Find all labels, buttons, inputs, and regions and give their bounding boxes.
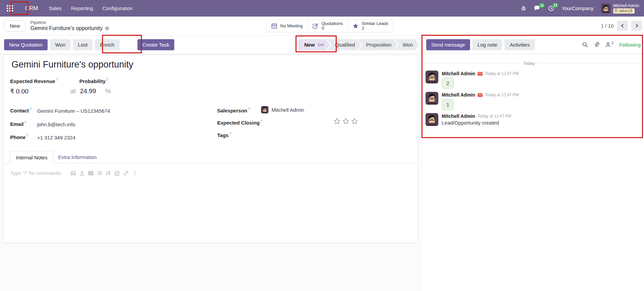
stage-won[interactable]: Won [394,39,419,50]
activities-icon[interactable]: 13 [548,5,554,11]
tags-field[interactable] [261,133,329,139]
stage-proposition[interactable]: Proposition [358,39,398,50]
message-avatar[interactable] [426,71,438,83]
breadcrumb-pipeline[interactable]: Pipeline [30,20,109,25]
bug-icon[interactable] [521,5,526,11]
database-icon [615,9,618,12]
chatter-panel: Today Mitchell Admin Today at 12:47 PM 2 [422,54,644,291]
message-avatar[interactable] [426,113,438,126]
priority-widget [334,118,358,125]
stage-qualified[interactable]: Qualified [327,39,361,50]
form-view: Gemini Furniture's opportunity Expected … [0,54,422,291]
phone-field[interactable]: +1 312 349 2324 [37,135,75,140]
pager-next-button[interactable] [631,21,642,31]
message-author[interactable]: Mitchell Admin [442,71,475,76]
kebab-menu-icon[interactable] [132,170,137,176]
help-icon[interactable]: ? [56,78,58,82]
editor-placeholder: Type "/" for commands [10,170,61,176]
message-author[interactable]: Mitchell Admin [442,92,475,98]
messages-icon[interactable]: 15 [534,5,541,11]
pager: 1 / 10 [601,21,642,31]
smart-button-value: 0 [321,26,343,31]
expected-revenue-field[interactable]: ₹ 0.00 [10,87,28,95]
help-icon[interactable]: ? [106,78,108,82]
notebook-tabs: Internal Notes Extra Information [4,151,418,163]
insert-link-icon[interactable] [123,170,129,176]
menu-reporting[interactable]: Reporting [70,4,94,12]
enrich-button[interactable]: Enrich [95,39,120,50]
similar-leads-smart-button[interactable]: Similar Leads 2 [347,20,393,32]
lost-button[interactable]: Lost [73,39,93,50]
app-menu-crm[interactable]: CRM [23,5,40,12]
quotations-smart-button[interactable]: Quotations 0 [307,20,347,32]
chevron-right-icon [634,24,638,27]
smart-button-label: Quotations [321,21,343,26]
message: Mitchell Admin Today at 12:47 PM 2 [426,71,639,89]
settings-gear-icon[interactable]: ⚙ [105,26,109,31]
email-label: Email? [10,121,26,127]
following-toggle[interactable]: Following [619,42,641,48]
insert-table-icon[interactable] [88,170,94,176]
message-time: Today at 12:47 PM [485,71,519,76]
date-divider-label: Today [523,61,535,66]
followers-count: 2 [612,41,614,45]
create-task-button[interactable]: Create Task [137,39,175,50]
won-button[interactable]: Won [50,39,71,50]
salesperson-avatar [261,106,268,113]
database-badge: odoo18 [613,8,635,14]
control-panel: New Pipeline Gemini Furniture's opportun… [0,17,644,35]
messages-badge: 15 [539,3,545,8]
tab-extra-information[interactable]: Extra Information [52,151,102,163]
meetings-smart-button[interactable]: No Meeting [266,20,307,32]
form-sheet: Gemini Furniture's opportunity Expected … [3,55,418,243]
help-icon[interactable]: ? [248,107,250,111]
priority-star-icon[interactable] [342,118,349,125]
chatter-topbar: Send message Log note Activities 2 Follo… [422,35,644,54]
tab-internal-notes[interactable]: Internal Notes [10,151,53,164]
send-message-button[interactable]: Send message [426,39,470,50]
user-menu[interactable]: Mitchell Admin odoo18 [601,3,639,14]
calendar-icon [271,23,277,29]
envelope-icon [478,93,483,97]
search-messages-icon[interactable] [582,42,588,48]
checklist-icon[interactable] [114,170,120,176]
help-icon[interactable]: ? [260,120,262,123]
help-icon[interactable]: ? [24,121,26,125]
internal-notes-editor[interactable]: Type "/" for commands [10,170,137,176]
insert-image-icon[interactable] [71,170,76,176]
pager-previous-button[interactable] [617,21,628,31]
message-avatar[interactable] [426,92,438,105]
help-icon[interactable]: ? [30,107,32,111]
message-time: Today at 12:47 PM [478,114,511,118]
opportunity-title[interactable]: Gemini Furniture's opportunity [11,59,133,70]
priority-star-icon[interactable] [334,118,340,125]
contact-field[interactable]: Gemini Furniture – US12345674 [37,108,110,114]
envelope-icon [478,72,483,76]
priority-star-icon[interactable] [351,118,358,125]
pager-count: 1 / 10 [601,23,614,29]
menu-sales[interactable]: Sales [48,4,62,12]
apps-grid-icon[interactable] [5,3,15,14]
salesperson-label: Salesperson? [217,107,250,113]
help-icon[interactable]: ? [26,134,28,138]
salesperson-field[interactable]: Mitchell Admin [261,106,304,113]
attachments-paperclip-icon[interactable] [594,42,599,48]
activities-button[interactable]: Activities [505,39,535,50]
menu-configuration[interactable]: Configuration [102,4,133,12]
numbered-list-icon[interactable] [106,170,111,176]
followers-person-icon[interactable]: 2 [605,42,614,48]
message-author[interactable]: Mitchell Admin [442,113,475,119]
smart-button-value: 2 [362,26,388,31]
message-body: 1 [442,99,454,110]
new-record-button[interactable]: New [4,20,26,32]
smart-button-label: No Meeting [280,24,303,28]
stage-new[interactable]: New 1m [299,39,330,50]
upload-file-icon[interactable] [79,170,85,176]
log-note-button[interactable]: Log note [472,39,502,50]
email-field[interactable]: john.b@tech.info [37,122,75,127]
new-quotation-button[interactable]: New Quotation [4,39,48,50]
company-switcher[interactable]: YourCompany [562,5,594,11]
help-icon[interactable]: ? [229,132,231,136]
bullet-list-icon[interactable] [97,170,102,176]
probability-field[interactable]: at 24.99 % [70,87,111,95]
